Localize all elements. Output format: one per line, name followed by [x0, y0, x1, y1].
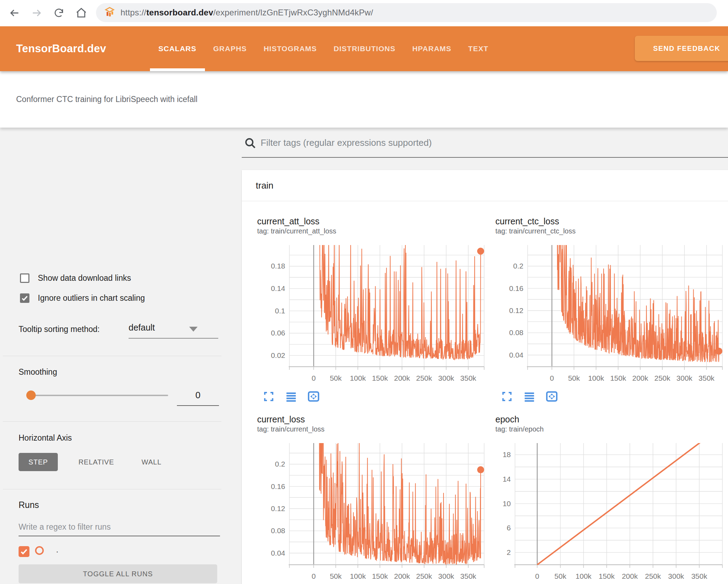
y-tick-label: 0.16 [271, 482, 285, 490]
filter-tags-row: Filter tags (regular expressions support… [242, 128, 728, 158]
chart-card-current_loss: current_losstag: train/current_loss0.040… [257, 403, 495, 584]
tooltip-sorting-select[interactable]: default [129, 322, 155, 333]
settings-sidebar: Show data download links Ignore outliers… [0, 128, 242, 584]
chart-plot-current_ctc_loss[interactable]: 0.040.080.120.160.2050k100k150k200k250k3… [495, 242, 728, 389]
series-line-current_loss[interactable] [319, 440, 481, 564]
x-tick-label: 350k [460, 374, 476, 382]
fullscreen-icon[interactable] [263, 391, 275, 402]
tab-scalars[interactable]: SCALARS [150, 26, 205, 71]
tab-label: GRAPHS [213, 45, 247, 53]
chart-tag: tag: train/current_loss [257, 425, 495, 434]
data-lines-icon[interactable] [523, 391, 535, 402]
y-tick-label: 0.14 [271, 284, 285, 292]
app-logo: TensorBoard.dev [16, 26, 106, 71]
url-text: https://tensorboard.dev/experiment/lzGnE… [121, 8, 373, 18]
chart-tag: tag: train/current_ctc_loss [495, 226, 728, 236]
y-tick-label: 0.06 [271, 329, 285, 337]
chart-toolbar [257, 390, 495, 403]
toggle-all-runs-button[interactable]: TOGGLE ALL RUNS [19, 564, 217, 583]
x-tick-label: 150k [599, 572, 615, 580]
tab-label: TEXT [468, 45, 488, 53]
divider [3, 356, 221, 356]
y-tick-label: 18 [503, 450, 511, 459]
x-tick-label: 50k [330, 374, 342, 382]
show-download-links-checkbox[interactable] [20, 273, 29, 283]
train-section-title[interactable]: train [256, 170, 274, 201]
chart-card-current_ctc_loss: current_ctc_losstag: train/current_ctc_l… [495, 201, 728, 403]
address-bar[interactable]: https://tensorboard.dev/experiment/lzGnE… [96, 3, 717, 22]
train-section-card: train current_att_losstag: train/current… [242, 170, 728, 584]
x-tick-label: 50k [555, 572, 566, 580]
x-tick-label: 250k [416, 374, 432, 382]
chart-toolbar [495, 390, 728, 403]
x-tick-label: 350k [691, 572, 707, 580]
chevron-down-icon[interactable] [189, 327, 198, 332]
tab-row: SCALARSGRAPHSHISTOGRAMSDISTRIBUTIONSHPAR… [150, 26, 497, 71]
x-tick-label: 300k [438, 572, 454, 580]
x-tick-label: 100k [588, 374, 604, 382]
chart-title: epoch [495, 414, 728, 425]
tab-hparams[interactable]: HPARAMS [404, 26, 460, 71]
x-tick-label: 250k [416, 572, 432, 580]
run-color-circle[interactable] [35, 546, 44, 555]
series-endpoint-dot[interactable] [477, 248, 484, 255]
divider [3, 421, 221, 422]
y-tick-label: 6 [507, 524, 511, 532]
forward-icon[interactable] [29, 5, 45, 21]
x-tick-label: 300k [668, 572, 684, 580]
tab-histograms[interactable]: HISTOGRAMS [255, 26, 325, 71]
x-tick-label: 100k [350, 374, 366, 382]
tab-label: DISTRIBUTIONS [334, 45, 395, 53]
data-lines-icon[interactable] [285, 391, 297, 402]
series-endpoint-dot[interactable] [477, 466, 484, 473]
chart-tag: tag: train/epoch [495, 425, 728, 434]
y-tick-label: 0.16 [509, 284, 523, 292]
x-tick-label: 250k [654, 374, 671, 382]
smoothing-value[interactable]: 0 [177, 390, 219, 401]
axis-step-button[interactable]: STEP [19, 453, 58, 471]
x-tick-label: 0 [311, 572, 316, 580]
chart-title: current_att_loss [257, 216, 495, 226]
browser-toolbar: https://tensorboard.dev/experiment/lzGnE… [0, 0, 728, 26]
tab-label: SCALARS [158, 45, 197, 53]
run-checkbox[interactable] [19, 546, 29, 557]
fullscreen-icon[interactable] [501, 391, 513, 402]
x-tick-label: 350k [699, 374, 715, 382]
horizontal-axis-label: Horizontal Axis [19, 433, 72, 443]
axis-wall-button[interactable]: WALL [142, 453, 162, 471]
x-tick-label: 200k [394, 572, 410, 580]
reload-icon[interactable] [51, 5, 67, 21]
tab-text[interactable]: TEXT [460, 26, 497, 71]
smoothing-label: Smoothing [19, 367, 57, 377]
chart-plot-epoch[interactable]: 26101418050k100k150k200k250k300k350k [495, 440, 728, 584]
x-tick-label: 200k [394, 374, 410, 382]
tab-distributions[interactable]: DISTRIBUTIONS [325, 26, 404, 71]
y-tick-label: 0.02 [271, 351, 285, 359]
chart-card-epoch: epochtag: train/epoch26101418050k100k150… [495, 403, 728, 584]
ignore-outliers-checkbox[interactable] [20, 293, 29, 303]
dashboard-main: Filter tags (regular expressions support… [242, 128, 728, 584]
smoothing-slider-thumb[interactable] [26, 391, 36, 400]
runs-filter-input[interactable]: Write a regex to filter runs [19, 522, 111, 532]
runs-input-underline [19, 536, 220, 536]
chart-title: current_ctc_loss [495, 216, 728, 226]
chart-plot-current_att_loss[interactable]: 0.020.060.10.140.18050k100k150k200k250k3… [257, 242, 495, 389]
home-icon[interactable] [73, 5, 89, 21]
x-tick-label: 50k [330, 572, 342, 580]
filter-tags-input[interactable]: Filter tags (regular expressions support… [261, 137, 432, 148]
axis-relative-button[interactable]: RELATIVE [78, 453, 114, 471]
fit-domain-icon[interactable] [546, 391, 558, 402]
x-tick-label: 200k [622, 572, 638, 580]
series-endpoint-dot[interactable] [715, 348, 722, 355]
show-download-links-label: Show data download links [38, 273, 131, 283]
series-line-current_att_loss[interactable] [320, 242, 481, 359]
tab-label: HPARAMS [412, 45, 452, 53]
series-line-current_ctc_loss[interactable] [557, 242, 719, 362]
chart-plot-current_loss[interactable]: 0.040.080.120.160.2050k100k150k200k250k3… [257, 440, 495, 584]
fit-domain-icon[interactable] [308, 391, 320, 402]
smoothing-slider-track[interactable] [26, 395, 168, 396]
y-tick-label: 0.12 [271, 504, 285, 512]
back-icon[interactable] [6, 5, 22, 21]
send-feedback-button[interactable]: SEND FEEDBACK [635, 36, 728, 61]
tab-graphs[interactable]: GRAPHS [205, 26, 255, 71]
